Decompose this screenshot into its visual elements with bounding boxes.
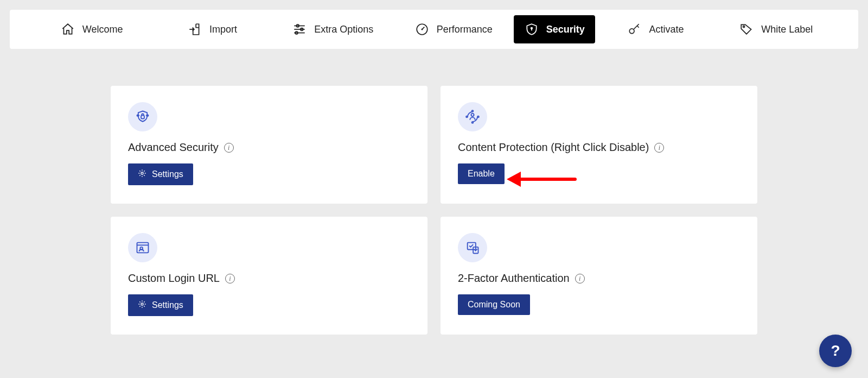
card-two-factor-auth: 2-Factor Authentication i Coming Soon	[441, 217, 757, 335]
svg-point-8	[531, 28, 532, 29]
browser-user-icon	[128, 233, 157, 262]
button-label: Enable	[468, 169, 495, 179]
card-title-row: Advanced Security i	[128, 141, 410, 154]
person-network-icon	[458, 102, 487, 131]
settings-button[interactable]: Settings	[128, 294, 193, 316]
button-label: Coming Soon	[468, 300, 520, 310]
tag-icon	[739, 22, 754, 36]
card-title-row: Custom Login URL i	[128, 272, 410, 285]
nav-tab-label: White Label	[761, 24, 813, 35]
coming-soon-button[interactable]: Coming Soon	[458, 294, 530, 315]
nav-tab-label: Performance	[437, 24, 493, 35]
gauge-icon	[415, 22, 429, 36]
nav-tab-white-label[interactable]: White Label	[716, 10, 837, 49]
card-content-protection: Content Protection (Right Click Disable)…	[441, 86, 757, 204]
enable-button[interactable]: Enable	[458, 163, 505, 184]
gear-icon	[138, 169, 146, 180]
help-fab-label: ?	[831, 342, 840, 360]
cards-grid: Advanced Security i Settings Content Pro…	[0, 59, 868, 335]
svg-rect-12	[141, 116, 144, 119]
card-title-row: Content Protection (Right Click Disable)…	[458, 141, 740, 154]
settings-button[interactable]: Settings	[128, 163, 193, 185]
nav-tab-label: Import	[209, 24, 237, 35]
info-icon[interactable]: i	[575, 274, 585, 284]
nav-tab-extra-options[interactable]: Extra Options	[273, 10, 393, 49]
svg-point-18	[471, 114, 474, 116]
button-label: Settings	[152, 169, 183, 179]
import-icon	[188, 22, 202, 36]
svg-point-11	[743, 26, 745, 28]
home-icon	[61, 22, 75, 36]
sliders-icon	[292, 22, 307, 36]
shield-lock-icon	[128, 102, 157, 131]
info-icon[interactable]: i	[225, 274, 235, 284]
card-title-row: 2-Factor Authentication i	[458, 272, 740, 285]
nav-tab-security[interactable]: Security	[514, 15, 595, 43]
nav-tab-welcome[interactable]: Welcome	[31, 10, 152, 49]
card-advanced-security: Advanced Security i Settings	[111, 86, 427, 204]
card-custom-login-url: Custom Login URL i Settings	[111, 217, 427, 335]
nav-tab-import[interactable]: Import	[152, 10, 272, 49]
gear-icon	[138, 300, 146, 311]
svg-point-10	[630, 29, 635, 34]
svg-point-26	[141, 303, 143, 305]
info-icon[interactable]: i	[654, 143, 664, 153]
nav-tab-performance[interactable]: Performance	[393, 10, 514, 49]
card-title: Custom Login URL	[128, 272, 220, 285]
shield-icon	[525, 22, 539, 36]
nav-tab-label: Security	[546, 24, 585, 35]
nav-tab-label: Welcome	[82, 24, 123, 35]
nav-tab-activate[interactable]: Activate	[595, 10, 716, 49]
card-title: Content Protection (Right Click Disable)	[458, 141, 649, 154]
devices-check-icon	[458, 233, 487, 262]
info-icon[interactable]: i	[224, 143, 234, 153]
svg-point-7	[421, 28, 423, 30]
top-nav: Welcome Import Extra Options Performance…	[10, 10, 858, 49]
svg-point-17	[141, 172, 143, 174]
key-icon	[627, 22, 641, 36]
nav-tab-label: Extra Options	[314, 24, 373, 35]
card-title: Advanced Security	[128, 141, 219, 154]
nav-tab-label: Activate	[649, 24, 684, 35]
card-title: 2-Factor Authentication	[458, 272, 570, 285]
help-fab[interactable]: ?	[819, 335, 852, 367]
button-label: Settings	[152, 300, 183, 310]
